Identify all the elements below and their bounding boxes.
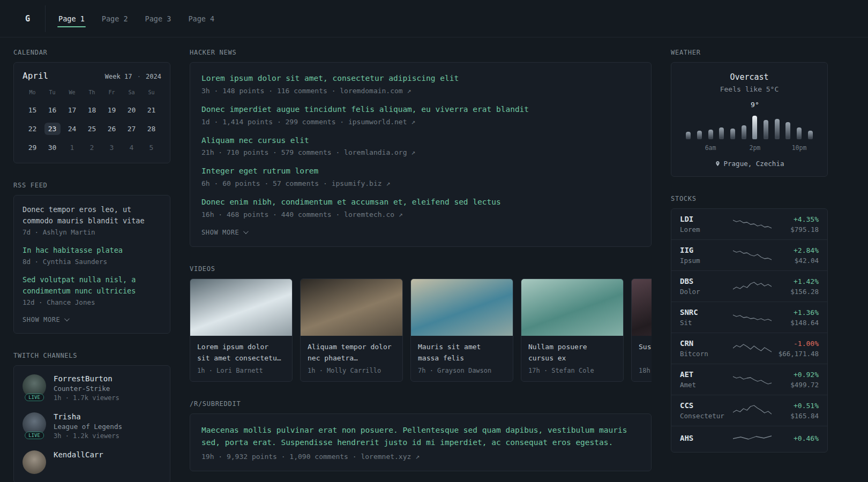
calendar-day[interactable]: 22: [25, 123, 41, 135]
stock-row[interactable]: CCS Consectetur +0.51% $165.84: [671, 395, 827, 426]
channel-name[interactable]: KendallCarr: [54, 450, 103, 459]
stock-symbol: IIG: [680, 246, 728, 254]
stock-sparkline: [733, 311, 772, 325]
stock-identity: SNRC Sit: [680, 308, 728, 327]
twitch-channel-row[interactable]: LIVE Trisha League of Legends 3h · 1.2k …: [23, 412, 161, 440]
video-card[interactable]: Nullam posuere cursus ex 17h · Stefan Co…: [521, 278, 624, 382]
hackernews-item-source-link[interactable]: ipsumify.biz ↗: [332, 179, 391, 187]
video-card[interactable]: Mauris sit amet massa felis 7h · Grayson…: [410, 278, 513, 382]
calendar-day[interactable]: 17: [64, 104, 80, 116]
stock-row[interactable]: SNRC Sit +1.36% $148.64: [671, 302, 827, 333]
weather-bar-column: [683, 132, 694, 139]
hackernews-item-source-link[interactable]: ipsumworld.net ↗: [348, 118, 415, 126]
weather-bar: [785, 122, 790, 139]
page-tab[interactable]: Page 2: [101, 9, 129, 28]
twitch-channel-row[interactable]: LIVE KendallCarr: [23, 450, 161, 474]
rss-show-more-button[interactable]: SHOW MORE: [23, 315, 68, 325]
app-logo[interactable]: G: [13, 5, 46, 32]
hackernews-item-title[interactable]: Donec enim nibh, condimentum et accumsan…: [201, 197, 640, 208]
page-tab[interactable]: Page 1: [57, 9, 86, 28]
stock-symbol: AET: [680, 370, 728, 379]
stock-row[interactable]: AHS +0.46%: [671, 426, 827, 452]
stock-row[interactable]: CRN Bitcorn -1.00% $66,171.48: [671, 333, 827, 364]
video-title[interactable]: Lorem ipsum dolor sit amet consectetu…: [197, 342, 285, 364]
calendar-day[interactable]: 28: [144, 123, 160, 135]
stock-price: $148.64: [777, 319, 819, 327]
calendar-day[interactable]: 2: [84, 141, 100, 154]
calendar-week-label: Week 17: [105, 73, 132, 80]
video-title[interactable]: Aliquam tempor dolor nec phaetra…: [308, 342, 395, 364]
subreddit-post-title[interactable]: Maecenas mollis pulvinar erat non posuer…: [201, 424, 640, 449]
calendar-day[interactable]: 27: [124, 123, 140, 135]
weather-bar-column: [750, 116, 761, 139]
hackernews-item: Donec imperdiet augue tincidunt felis al…: [201, 104, 640, 126]
stock-sparkline: [733, 373, 772, 387]
calendar-day[interactable]: 25: [84, 123, 100, 135]
hackernews-item-title[interactable]: Donec imperdiet augue tincidunt felis al…: [201, 104, 640, 116]
twitch-section-title: TWITCH CHANNELS: [13, 352, 170, 359]
weather-time-label: 6am: [705, 144, 716, 152]
video-title[interactable]: Nullam posuere cursus ex: [528, 342, 616, 364]
hackernews-item: Aliquam nec cursus elit 21h · 710 points…: [201, 135, 640, 157]
calendar-day[interactable]: 29: [25, 141, 41, 154]
hackernews-item-title[interactable]: Integer eget rutrum lorem: [201, 165, 640, 177]
calendar-day[interactable]: 30: [44, 141, 61, 154]
page-tab[interactable]: Page 3: [144, 9, 173, 28]
video-card[interactable]: Suspendisse diam 18h · Tara: [631, 278, 652, 382]
hackernews-item-source-link[interactable]: loremtech.co ↗: [344, 210, 403, 219]
channel-name[interactable]: ForrestBurton: [54, 374, 119, 383]
page-tab[interactable]: Page 4: [187, 9, 215, 28]
hackernews-item-stats: 3h · 148 points · 116 comments ·: [201, 87, 340, 95]
hackernews-item-source-link[interactable]: loremlandia.org ↗: [344, 148, 415, 156]
video-card[interactable]: Lorem ipsum dolor sit amet consectetu… 1…: [190, 278, 293, 382]
weather-times: 6am 2pm 10pm: [683, 144, 816, 152]
twitch-widget: TWITCH CHANNELS LIVE ForrestBurton Count…: [13, 352, 170, 482]
hackernews-item-title[interactable]: Aliquam nec cursus elit: [201, 135, 640, 147]
stock-row[interactable]: DBS Dolor +1.42% $156.28: [671, 271, 827, 302]
hackernews-item-source-link[interactable]: loremdomain.com ↗: [340, 87, 411, 95]
calendar-day[interactable]: 19: [104, 104, 120, 116]
stock-identity: DBS Dolor: [680, 277, 728, 296]
hackernews-item-meta: 6h · 60 points · 57 comments · ipsumify.…: [201, 179, 640, 187]
calendar-day[interactable]: 15: [25, 104, 41, 116]
video-card[interactable]: Aliquam tempor dolor nec phaetra… 1h · M…: [300, 278, 403, 382]
calendar-day[interactable]: 26: [104, 123, 120, 135]
stock-symbol: CRN: [680, 339, 728, 348]
rss-item-title[interactable]: Donec tempor eros leo, ut commodo mauris…: [23, 204, 161, 227]
hackernews-item-stats: 1d · 1,414 points · 299 comments ·: [201, 118, 348, 126]
right-column: WEATHER Overcast Feels like 5°C 9°: [671, 49, 828, 471]
calendar-day[interactable]: 21: [144, 104, 160, 116]
stock-row[interactable]: AET Amet +0.92% $499.72: [671, 364, 827, 395]
calendar-day[interactable]: 16: [44, 104, 61, 116]
hackernews-show-more-button[interactable]: SHOW MORE: [201, 228, 247, 237]
calendar-day[interactable]: 1: [64, 141, 80, 154]
stock-values: +0.51% $165.84: [777, 402, 819, 420]
calendar-day[interactable]: 20: [124, 104, 140, 116]
weather-bar: [764, 120, 768, 139]
stock-row[interactable]: IIG Ipsum +2.84% $42.04: [671, 240, 827, 271]
calendar-day[interactable]: 4: [124, 141, 140, 154]
video-body: Nullam posuere cursus ex 17h · Stefan Co…: [521, 336, 623, 381]
twitch-channel-row[interactable]: LIVE ForrestBurton Counter-Strike 1h · 1…: [23, 374, 161, 402]
stock-row[interactable]: LDI Lorem +4.35% $795.18: [671, 209, 827, 240]
calendar-year: 2024: [146, 73, 161, 80]
rss-item-title[interactable]: Sed volutpat nulla nisl, a condimentum n…: [23, 274, 161, 297]
hackernews-item-title[interactable]: Lorem ipsum dolor sit amet, consectetur …: [201, 73, 640, 85]
video-meta: 1h · Molly Carrillo: [308, 367, 395, 374]
calendar-day-header: We: [69, 89, 75, 95]
channel-name[interactable]: Trisha: [54, 412, 122, 421]
calendar-day[interactable]: 24: [64, 123, 80, 135]
weather-chart: 9°: [683, 101, 816, 152]
calendar-day[interactable]: 23: [44, 123, 61, 135]
rss-item-title[interactable]: In hac habitasse platea: [23, 245, 161, 256]
video-title[interactable]: Suspendisse diam: [639, 342, 652, 364]
video-title[interactable]: Mauris sit amet massa felis: [418, 342, 506, 364]
stock-identity: AHS: [680, 434, 728, 445]
avatar-wrap: LIVE: [23, 450, 46, 474]
calendar-day[interactable]: 3: [104, 141, 120, 154]
show-more-label: SHOW MORE: [23, 316, 60, 323]
calendar-day[interactable]: 18: [84, 104, 100, 116]
stock-name: Lorem: [680, 225, 728, 234]
subreddit-post-source-link[interactable]: loremnet.xyz ↗: [361, 453, 420, 461]
calendar-day[interactable]: 5: [144, 141, 160, 154]
